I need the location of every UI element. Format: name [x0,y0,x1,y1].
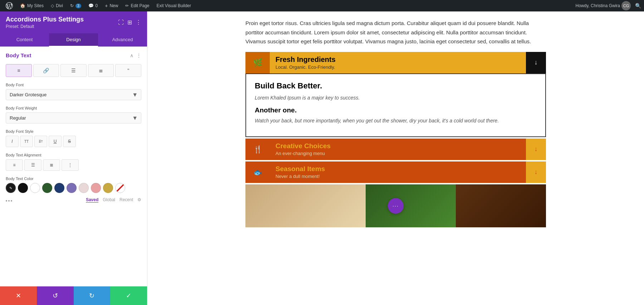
sidebar-header-icons: ⛶ ⊞ ⋮ [118,19,141,26]
edit-page-button[interactable]: ✏ Edit Page [122,0,152,11]
text-alignment-row: ≡ 🔗 ☰ ≣ " [6,64,141,77]
align-quote-button[interactable]: " [115,64,141,77]
accordion-creative-icon-box: 🍴 [245,139,270,160]
divi-icon: ◇ [51,3,54,8]
tab-content[interactable]: Content [0,33,49,47]
plus-icon: + [105,3,108,9]
color-settings-icon[interactable]: ⚙ [137,197,141,203]
text-align-right-button[interactable]: ≣ [43,159,60,171]
color-tab-recent[interactable]: Recent [119,197,133,203]
color-swatch-dark-green[interactable] [42,183,52,193]
user-avatar[interactable]: CG [621,1,631,10]
body-text-align-label: Body Text Alignment [6,153,141,157]
text-align-center-button[interactable]: ☰ [24,159,42,171]
image-left [245,184,366,227]
accordion-fresh-toggle[interactable]: ↓ [526,52,546,73]
tab-advanced[interactable]: Advanced [98,33,147,47]
body-text-section-header: Body Text ∧ ⋮ [6,52,141,58]
italic-button[interactable]: I [6,136,19,147]
align-right-button[interactable]: ≣ [88,64,114,77]
color-swatch-purple[interactable] [67,183,77,193]
leaf-icon: 🌿 [253,58,263,67]
wp-logo-button[interactable] [3,0,16,11]
sidebar-header-left: Accordions Plus Settings Preset: Default [6,16,84,29]
body-font-weight-label: Body Font Weight [6,106,141,110]
comments-button[interactable]: ↻ 3 [67,0,84,11]
floating-action-button[interactable]: ··· [388,198,404,214]
color-tab-global[interactable]: Global [103,197,115,203]
accordion-fresh-heading2: Another one. [255,106,537,114]
save-button[interactable]: ✓ [110,286,147,305]
divi-button[interactable]: ◇ Divi [48,0,66,11]
fish-icon: 🐟 [253,168,262,176]
accordion-fresh-subtitle: Local. Organic. Eco-Friendly. [275,64,520,70]
color-swatch-black[interactable] [18,183,28,193]
more-options-icon[interactable]: ⋮ [136,19,141,26]
settings-sidebar: Accordions Plus Settings Preset: Default… [0,11,147,305]
preset-label[interactable]: Preset: Default [6,24,84,29]
accordion-fresh-toggle-icon: ↓ [535,59,538,66]
section-more-icon[interactable]: ⋮ [136,53,141,58]
accordion-seasonal-icon-box: 🐟 [245,161,270,183]
undo-button[interactable]: ↺ [37,286,74,305]
body-font-select[interactable]: Darker Grotesque [6,89,141,100]
body-font-weight-select[interactable]: Regular [6,112,141,124]
comment-count: 3 [75,4,81,8]
color-swatch-red-slash[interactable] [115,183,125,193]
tab-design[interactable]: Design [49,33,98,47]
align-center-button[interactable]: ☰ [60,64,87,77]
color-swatch-row: ✎ [6,183,141,193]
sidebar-content: Body Text ∧ ⋮ ≡ 🔗 ☰ ≣ " Body Font Darker… [0,47,147,286]
accordion-seasonal-title-area: Seasonal Items Never a dull moment! [270,161,526,183]
accordion-fresh-title: Fresh Ingredients [275,55,520,64]
collapse-icon[interactable]: ∧ [130,53,133,58]
accordion-seasonal-toggle-icon: ↓ [535,168,538,176]
my-sites-button[interactable]: 🏠 My Sites [17,0,47,11]
color-swatch-light-pink[interactable] [79,183,89,193]
align-left-button[interactable]: ≡ [6,64,32,77]
eyedropper-swatch[interactable]: ✎ [6,183,16,193]
accordion-seasonal-header[interactable]: 🐟 Seasonal Items Never a dull moment! ↓ [245,161,546,183]
color-swatch-white[interactable] [30,183,40,193]
color-swatch-gold[interactable] [103,183,113,193]
search-icon[interactable]: 🔍 [635,3,641,9]
color-swatch-pink[interactable] [91,183,101,193]
small-caps-button[interactable]: TT [20,136,33,147]
redo-button[interactable]: ↻ [74,286,111,305]
fullscreen-icon[interactable]: ⛶ [118,19,124,26]
section-header-icons: ∧ ⋮ [130,53,141,58]
comment-bubble-button[interactable]: 💬 0 [86,0,101,11]
howdy-text: Howdy, Christina Gwira [576,3,620,8]
accordion-creative-title-area: Creative Choices An ever-changing menu [270,139,526,160]
align-link-button[interactable]: 🔗 [33,64,59,77]
cancel-button[interactable]: ✕ [0,286,37,305]
columns-icon[interactable]: ⊞ [127,19,132,26]
accordion-creative-header[interactable]: 🍴 Creative Choices An ever-changing menu… [245,139,546,160]
accordion-seasonal: 🐟 Seasonal Items Never a dull moment! ↓ [245,161,546,183]
accordion-fresh-header[interactable]: 🌿 Fresh Ingredients Local. Organic. Eco-… [245,52,546,73]
color-tab-saved[interactable]: Saved [86,197,98,203]
accordion-seasonal-title: Seasonal Items [275,165,520,173]
accordion-seasonal-toggle[interactable]: ↓ [526,161,546,183]
sidebar-header: Accordions Plus Settings Preset: Default… [0,11,147,33]
body-font-style-label: Body Font Style [6,129,141,134]
strikethrough-button[interactable]: TT [34,136,47,147]
accordion-fresh-heading1: Build Back Better. [255,81,537,91]
comment-icon: 💬 [88,3,94,8]
new-button[interactable]: + New [102,0,121,11]
color-swatch-dark-blue[interactable] [54,183,64,193]
new-label: New [109,3,118,8]
more-colors-dots[interactable] [6,200,12,202]
exit-builder-button[interactable]: Exit Visual Builder [154,0,194,11]
text-align-justify-button[interactable]: ⋮ [62,159,79,171]
wordpress-icon [6,2,13,9]
underline-button[interactable]: U [49,136,62,147]
text-align-left-button[interactable]: ≡ [6,159,23,171]
sidebar-tabs: Content Design Advanced [0,33,147,47]
strikethrough2-button[interactable]: S [63,136,76,147]
edit-page-label: Edit Page [131,3,149,8]
accordion-creative: 🍴 Creative Choices An ever-changing menu… [245,139,546,160]
page-content-area: Proin eget tortor risus. Cras ultricies … [147,11,644,305]
my-sites-label: My Sites [27,3,44,8]
accordion-creative-toggle[interactable]: ↓ [526,139,546,160]
